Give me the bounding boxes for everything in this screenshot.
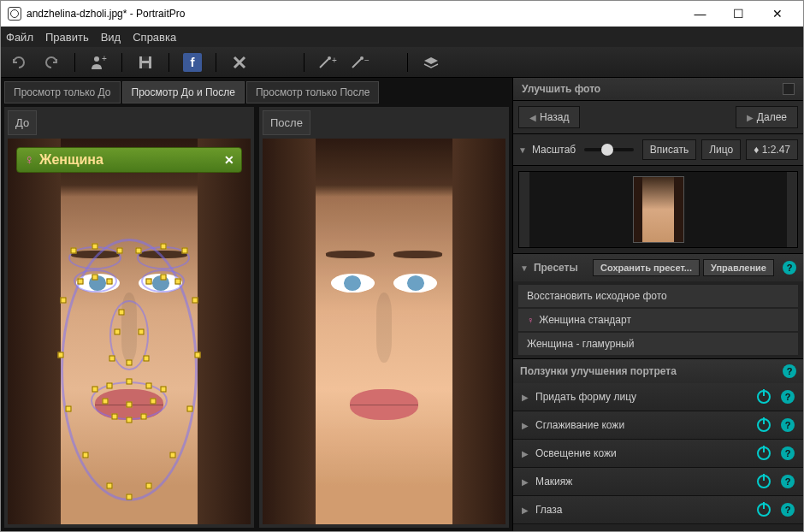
view-before-label: До (8, 110, 37, 135)
facebook-button[interactable]: f (181, 51, 204, 74)
window-title: andzhelina-dzholi.jpg* - PortraitPro (27, 8, 681, 20)
minimize-button[interactable]: — (681, 1, 719, 27)
slider-group[interactable]: ▶Макияж? (513, 468, 803, 496)
slider-group[interactable]: ▶Глаза? (513, 496, 803, 524)
add-person-button[interactable]: + (87, 51, 109, 74)
zoom-ratio[interactable]: ♦ 1:2.47 (746, 139, 798, 160)
cancel-button[interactable] (228, 51, 251, 74)
toolbar: + f + − (1, 47, 803, 78)
gender-tag-close-icon[interactable]: ✕ (224, 153, 234, 167)
presets-header[interactable]: ▼Пресеты Сохранить пресет... Управление … (513, 254, 803, 281)
help-icon[interactable]: ? (781, 475, 795, 488)
help-icon[interactable]: ? (781, 503, 795, 517)
power-icon[interactable] (757, 446, 771, 460)
svg-text:+: + (332, 56, 337, 65)
panel-expand-icon[interactable] (783, 83, 795, 95)
slider-group[interactable]: ▶Сглаживание кожи? (513, 411, 803, 440)
svg-point-5 (328, 56, 331, 60)
svg-text:−: − (364, 56, 369, 65)
menu-edit[interactable]: Править (45, 31, 89, 44)
back-button[interactable]: ◀Назад (518, 106, 580, 128)
help-icon[interactable]: ? (781, 390, 795, 404)
preset-item[interactable]: Женщина - гламурный (518, 333, 798, 355)
svg-point-7 (360, 56, 364, 60)
next-button[interactable]: ▶Далее (736, 106, 798, 128)
tab-before-only[interactable]: Просмотр только До (4, 81, 121, 103)
app-icon (8, 7, 21, 21)
save-button[interactable] (134, 51, 157, 74)
face-before-canvas[interactable]: ♀Женщина ✕ (8, 139, 251, 524)
workspace: Просмотр только До Просмотр До и После П… (1, 78, 512, 531)
sliders-header: Ползунки улучшения портрета ? (513, 359, 803, 383)
view-after-label: После (263, 110, 310, 135)
gender-tag[interactable]: ♀Женщина ✕ (16, 147, 242, 173)
title-bar: andzhelina-dzholi.jpg* - PortraitPro — ☐… (1, 1, 803, 27)
menu-help[interactable]: Справка (133, 31, 176, 44)
side-panel: Улучшить фото ◀Назад ▶Далее ▼ Масштаб Вп… (512, 78, 803, 531)
slider-group[interactable]: ▶Придать форму лицу? (513, 383, 803, 411)
menu-file[interactable]: Файл (6, 31, 33, 44)
zoom-face-button[interactable]: Лицо (701, 139, 741, 160)
tab-after-only[interactable]: Просмотр только После (246, 81, 380, 103)
menu-bar: Файл Править Вид Справка (1, 27, 803, 47)
close-button[interactable]: ✕ (758, 1, 796, 27)
help-icon[interactable]: ? (781, 446, 795, 460)
svg-text:+: + (102, 54, 107, 63)
tab-before-after[interactable]: Просмотр До и После (122, 81, 245, 103)
zoom-slider[interactable] (584, 148, 634, 151)
redo-button[interactable] (40, 51, 62, 74)
zoom-label: Масштаб (532, 144, 576, 156)
power-icon[interactable] (757, 503, 771, 517)
manage-presets-button[interactable]: Управление (703, 259, 774, 276)
svg-rect-4 (142, 63, 149, 68)
navigator-thumbnail[interactable] (518, 171, 798, 248)
layers-button[interactable] (420, 51, 442, 74)
preset-item[interactable]: ♀Женщина стандарт (518, 309, 798, 331)
panel-title: Улучшить фото (513, 78, 803, 101)
svg-rect-3 (142, 56, 149, 61)
zoom-collapse-icon[interactable]: ▼ (518, 145, 527, 155)
help-icon[interactable]: ? (783, 364, 796, 378)
zoom-fit-button[interactable]: Вписать (642, 139, 696, 160)
menu-view[interactable]: Вид (101, 31, 121, 44)
brush-remove-button[interactable]: − (349, 51, 371, 74)
preset-item[interactable]: Восстановить исходное фото (518, 285, 798, 307)
view-before: До ♀Женщина ✕ (4, 107, 254, 528)
help-icon[interactable]: ? (783, 261, 796, 275)
save-preset-button[interactable]: Сохранить пресет... (593, 259, 700, 276)
power-icon[interactable] (757, 390, 771, 404)
brush-add-button[interactable]: + (316, 51, 339, 74)
face-after-canvas[interactable] (263, 139, 505, 524)
view-after: После (259, 107, 509, 528)
slider-group[interactable]: ▶Освещение кожи? (513, 440, 803, 468)
power-icon[interactable] (757, 475, 771, 488)
female-icon: ♀ (24, 152, 34, 167)
svg-point-0 (94, 56, 99, 62)
power-icon[interactable] (757, 418, 771, 432)
help-icon[interactable]: ? (781, 418, 795, 432)
undo-button[interactable] (8, 51, 30, 74)
maximize-button[interactable]: ☐ (719, 1, 758, 27)
female-icon: ♀ (527, 315, 534, 325)
